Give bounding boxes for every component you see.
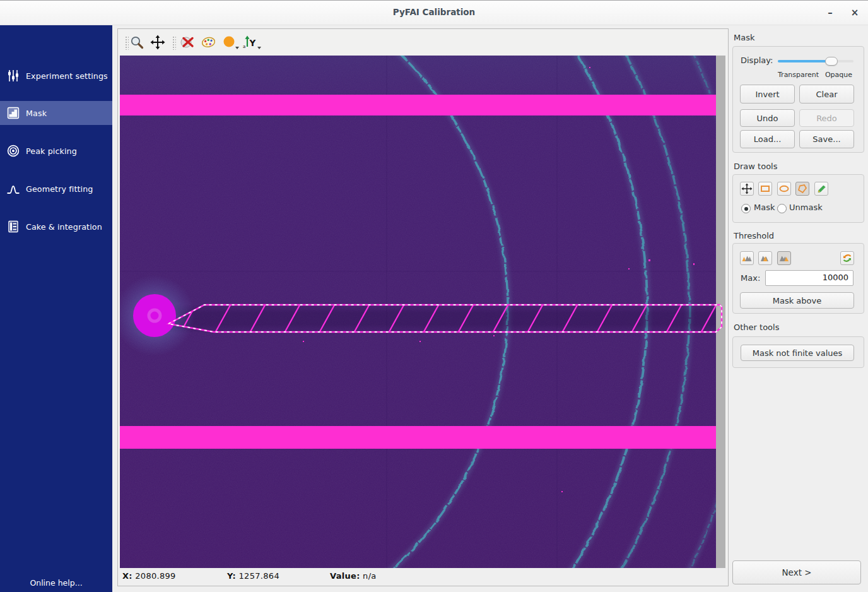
palette-icon	[201, 35, 216, 50]
plot-canvas[interactable]	[120, 56, 725, 568]
status-value: Value: n/a	[330, 571, 377, 581]
sidebar-item-label: Mask	[26, 109, 47, 118]
load-button[interactable]: Load...	[740, 130, 795, 148]
mask-selection-overlay	[120, 56, 725, 568]
move-cross-icon	[150, 35, 165, 50]
mask-radio-label: Mask	[754, 203, 775, 212]
mask-radio[interactable]	[741, 204, 751, 213]
mask-section-title: Mask	[734, 33, 754, 42]
sliders-icon	[6, 69, 20, 83]
mask-color-dropdown-arrow[interactable]	[235, 47, 239, 49]
mask-below-threshold-button[interactable]	[740, 251, 754, 265]
save-button[interactable]: Save...	[799, 130, 854, 148]
colormap-button[interactable]	[201, 34, 217, 50]
unmask-radio[interactable]	[777, 204, 787, 213]
y-axis-orientation-button[interactable]: Ya	[242, 34, 258, 50]
plot-container: Ya	[117, 28, 729, 586]
refresh-threshold-button[interactable]	[840, 251, 854, 265]
histogram-between-icon	[760, 253, 770, 263]
pan-tool-button[interactable]	[150, 34, 166, 50]
other-tools-groupbox: Mask not finite values	[732, 336, 864, 368]
title-bar: PyFAI Calibration – ×	[0, 0, 868, 25]
sidebar-item-cake-integration[interactable]: Cake & integration	[0, 215, 112, 239]
pan-draw-tool-button[interactable]	[740, 182, 754, 196]
display-slider-fill	[778, 60, 832, 62]
sidebar-item-label: Experiment settings	[26, 71, 108, 81]
sidebar-item-label: Peak picking	[26, 146, 77, 156]
y-axis-dropdown-arrow[interactable]	[257, 47, 261, 49]
next-button[interactable]: Next >	[732, 560, 861, 584]
mask-tools-panel: Mask Display: Transparent Opaque Invert …	[729, 25, 868, 592]
zoom-tool-button[interactable]	[129, 34, 145, 50]
concentric-rings-icon	[6, 144, 20, 158]
pencil-icon	[816, 183, 827, 194]
polygon-icon	[797, 183, 808, 194]
draw-tools-section-title: Draw tools	[734, 162, 777, 171]
clear-mask-button[interactable]	[179, 34, 196, 50]
mask-above-threshold-button[interactable]	[777, 251, 791, 265]
mask-not-finite-button[interactable]: Mask not finite values	[741, 345, 854, 361]
clear-button[interactable]: Clear	[799, 85, 854, 104]
hatch-lines	[145, 303, 717, 334]
refresh-icon	[842, 253, 852, 263]
close-button[interactable]: ×	[847, 6, 862, 21]
undo-button[interactable]: Undo	[740, 109, 795, 127]
svg-text:a: a	[243, 44, 245, 49]
sidebar-item-label: Cake & integration	[26, 222, 102, 232]
sidebar-item-mask[interactable]: Mask	[0, 101, 112, 125]
polygon-tool-button[interactable]	[795, 182, 809, 196]
y-axis-icon: Ya	[242, 35, 257, 50]
status-y: Y: 1257.864	[227, 571, 279, 581]
invert-button[interactable]: Invert	[740, 85, 795, 104]
window-title: PyFAI Calibration	[0, 1, 868, 24]
unmask-radio-label: Unmask	[789, 203, 823, 212]
status-x: X: 2080.899	[122, 571, 176, 581]
sidebar-item-experiment-settings[interactable]: Experiment settings	[0, 64, 112, 88]
rectangle-tool-button[interactable]	[758, 182, 772, 196]
sidebar-item-geometry-fitting[interactable]: Geometry fitting	[0, 177, 112, 201]
status-bar: X: 2080.899 Y: 1257.864 Value: n/a	[118, 568, 728, 586]
move-cross-icon	[741, 183, 753, 194]
display-label: Display:	[741, 56, 773, 65]
transparent-label: Transparent	[778, 71, 819, 79]
peak-curve-icon	[6, 182, 20, 196]
display-slider-handle[interactable]	[825, 57, 838, 66]
ellipse-tool-button[interactable]	[777, 182, 791, 196]
max-threshold-input[interactable]: 10000	[765, 270, 853, 286]
red-cross-icon	[180, 35, 195, 50]
magnifier-icon	[129, 35, 144, 50]
threshold-groupbox: Max: 10000 Mask above	[732, 243, 864, 314]
svg-text:Y: Y	[249, 38, 256, 48]
mask-icon	[6, 106, 20, 120]
sidebar: Experiment settings Mask Peak picking Ge…	[0, 25, 112, 592]
draw-tools-groupbox: Mask Unmask	[732, 174, 864, 223]
online-help-link[interactable]: Online help...	[0, 578, 112, 588]
minimize-button[interactable]: –	[823, 6, 838, 21]
sidebar-item-peak-picking[interactable]: Peak picking	[0, 139, 112, 163]
rectangle-icon	[760, 183, 771, 194]
redo-button[interactable]: Redo	[799, 109, 854, 127]
mask-groupbox: Display: Transparent Opaque Invert Clear…	[732, 46, 864, 153]
histogram-above-icon	[779, 253, 789, 263]
other-tools-section-title: Other tools	[734, 323, 779, 332]
opaque-label: Opaque	[825, 71, 852, 79]
document-lines-icon	[6, 220, 20, 234]
ellipse-icon	[778, 183, 790, 194]
mask-between-threshold-button[interactable]	[758, 251, 772, 265]
max-label: Max:	[741, 273, 760, 283]
threshold-section-title: Threshold	[734, 231, 774, 240]
histogram-below-icon	[742, 253, 752, 263]
sidebar-item-label: Geometry fitting	[26, 184, 93, 194]
toolbar-drag-handle[interactable]	[172, 36, 176, 50]
mask-above-button[interactable]: Mask above	[740, 292, 854, 309]
pencil-tool-button[interactable]	[814, 182, 828, 196]
